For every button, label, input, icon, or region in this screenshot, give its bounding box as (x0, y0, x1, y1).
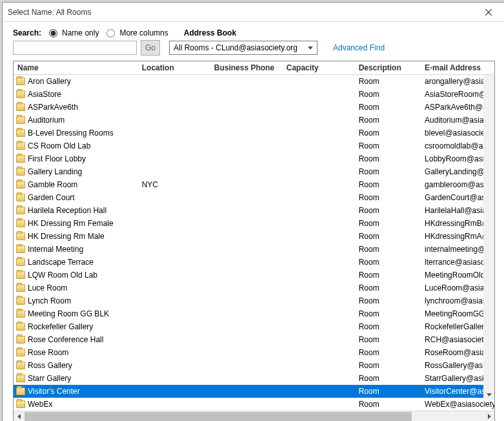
row-phone (210, 105, 283, 109)
table-row[interactable]: ASParkAve6thRoomASParkAve6th@asi (14, 101, 494, 114)
row-capacity (283, 402, 355, 406)
col-header-capacity[interactable]: Capacity (283, 61, 355, 74)
row-description: Room (355, 333, 421, 346)
table-row[interactable]: Harilela Reception HallRoomHarilelaHall@… (14, 204, 494, 217)
table-row[interactable]: CS Room Old LabRoomcsroomoldlab@asi (14, 139, 494, 152)
row-phone (210, 170, 283, 174)
row-capacity (283, 131, 355, 135)
row-description: Room (355, 139, 421, 152)
row-phone (210, 389, 283, 393)
scroll-right-button[interactable] (483, 414, 494, 419)
row-name: Garden Court (28, 193, 75, 202)
row-capacity (283, 286, 355, 290)
row-capacity (283, 389, 355, 393)
row-location: NYC (138, 178, 210, 191)
horizontal-scrollbar[interactable] (14, 411, 494, 421)
row-name: Lynch Room (28, 296, 71, 305)
col-header-description[interactable]: Description (355, 61, 421, 74)
row-phone (210, 338, 283, 342)
row-phone (210, 209, 283, 212)
chevron-left-icon (17, 414, 22, 419)
row-location (138, 118, 210, 122)
table-row[interactable]: Gamble RoomNYCRoomgambleroom@asia (14, 178, 494, 191)
row-phone (210, 247, 283, 251)
address-book-label: Address Book (184, 28, 236, 37)
row-capacity (283, 234, 355, 238)
folder-icon (16, 271, 25, 279)
row-name: Internal Meeting (28, 245, 83, 254)
svg-marker-3 (17, 414, 21, 419)
table-row[interactable]: Gallery LandingRoomGalleryLanding@a (14, 165, 494, 178)
row-description: Room (355, 294, 421, 307)
list-header: Name Location Business Phone Capacity De… (14, 61, 494, 75)
row-location (138, 234, 210, 238)
folder-icon (16, 207, 25, 214)
table-row[interactable]: First Floor LobbyRoomLobbyRoom@asia (14, 152, 494, 165)
advanced-find-link[interactable]: Advanced Find (333, 43, 385, 52)
vertical-scrollbar[interactable] (483, 75, 494, 400)
row-description: Room (355, 127, 421, 139)
row-name: AsiaStore (28, 90, 61, 99)
table-row[interactable]: Lynch RoomRoomlynchroom@asiaso (14, 294, 494, 307)
folder-icon (16, 77, 25, 85)
folder-icon (16, 349, 25, 356)
table-row[interactable]: HK Dressing Rm FemaleRoomHKdressingRmB@a (14, 217, 494, 230)
col-header-email[interactable]: E-mail Address (421, 61, 494, 74)
table-row[interactable]: AuditoriumRoomAuditorium@asias (14, 114, 494, 127)
row-capacity (283, 364, 355, 367)
col-header-name[interactable]: Name (14, 61, 138, 74)
table-row[interactable]: B-Level Dressing RoomsRoomblevel@asiasoc… (14, 127, 494, 139)
row-phone (210, 79, 283, 83)
row-name: Rose Conference Hall (28, 335, 103, 344)
row-phone (210, 92, 283, 96)
row-capacity (283, 183, 355, 187)
folder-icon (16, 258, 25, 266)
table-row[interactable]: Rose Conference HallRoomRCH@asiasociety.… (14, 333, 494, 346)
horizontal-scroll-thumb[interactable] (25, 412, 412, 422)
address-book-select[interactable]: All Rooms - CLund@asiasociety.org (169, 41, 318, 55)
scroll-left-button[interactable] (14, 414, 25, 419)
table-row[interactable]: Garden CourtRoomGardenCourt@asia (14, 191, 494, 204)
table-row[interactable]: Luce RoomRoomLuceRoom@asiaso (14, 282, 494, 294)
go-button[interactable]: Go (141, 40, 160, 56)
table-row[interactable]: Meeting Room GG BLKRoomMeetingRoomGGB (14, 307, 494, 320)
row-phone (210, 273, 283, 277)
table-row[interactable]: WebExRoomWebEx@asiasociety (14, 398, 494, 411)
table-row[interactable]: Starr GalleryRoomStarrGallery@asias (14, 372, 494, 385)
table-row[interactable]: AsiaStoreRoomAsiaStoreRoom@a (14, 88, 494, 101)
col-header-location[interactable]: Location (138, 61, 210, 74)
table-row[interactable]: Ross GalleryRoomRossGallery@asias (14, 359, 494, 372)
search-label: Search: (13, 28, 41, 37)
table-row[interactable]: LQW Room Old LabRoomMeetingRoomOldl (14, 269, 494, 282)
search-input[interactable] (13, 41, 137, 55)
scroll-down-button[interactable] (483, 389, 494, 400)
svg-marker-4 (488, 414, 491, 419)
row-capacity (283, 325, 355, 329)
row-capacity (283, 376, 355, 380)
table-row[interactable]: Aron GalleryRoomarongallery@asias (14, 75, 494, 88)
table-row[interactable]: HK Dressing Rm MaleRoomHKdressingRmA@a (14, 230, 494, 243)
radio-name-only-input[interactable] (49, 29, 57, 37)
table-row[interactable]: Visitor's CenterRoomVisitorCenter@asia (14, 385, 494, 398)
col-header-phone[interactable]: Business Phone (210, 61, 283, 74)
row-description: Room (355, 75, 421, 88)
radio-more-columns[interactable]: More columns (106, 28, 168, 37)
folder-icon (16, 310, 25, 318)
radio-more-columns-input[interactable] (106, 29, 115, 37)
row-description: Room (355, 243, 421, 256)
row-phone (210, 364, 283, 367)
table-row[interactable]: Rockefeller GalleryRoomRockefellerGaller… (14, 320, 494, 333)
row-capacity (283, 260, 355, 264)
row-location (138, 376, 210, 380)
table-row[interactable]: Internal MeetingRoominternalmeeting@ (14, 243, 494, 256)
table-row[interactable]: Landscape TerraceRoomlterrance@asiasoc (14, 256, 494, 269)
close-button[interactable] (477, 3, 500, 22)
table-row[interactable]: Rose RoomRoomRoseRoom@asiaso (14, 346, 494, 359)
row-name: Rose Room (28, 348, 68, 357)
folder-icon (16, 323, 25, 331)
row-name: LQW Room Old Lab (28, 271, 97, 280)
radio-name-only[interactable]: Name only (49, 28, 99, 37)
close-icon (485, 9, 492, 15)
row-capacity (283, 351, 355, 354)
row-location (138, 92, 210, 96)
